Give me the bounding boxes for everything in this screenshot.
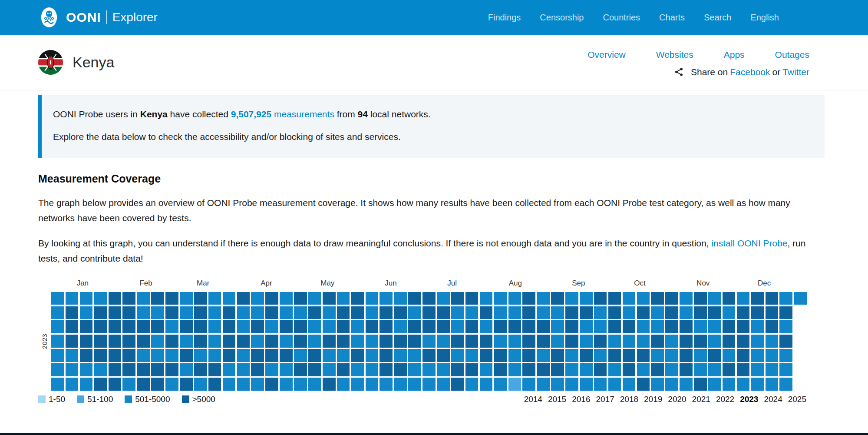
heatmap-cell[interactable] xyxy=(451,292,464,305)
heatmap-cell[interactable] xyxy=(294,378,307,391)
heatmap-cell[interactable] xyxy=(623,363,636,376)
heatmap-cell[interactable] xyxy=(351,378,364,391)
heatmap-cell[interactable] xyxy=(408,306,421,319)
heatmap-cell[interactable] xyxy=(66,292,79,305)
heatmap-cell[interactable] xyxy=(66,320,79,333)
heatmap-cell[interactable] xyxy=(422,378,436,391)
heatmap-cell[interactable] xyxy=(437,292,450,305)
heatmap-cell[interactable] xyxy=(480,335,493,348)
heatmap-cell[interactable] xyxy=(422,306,436,319)
heatmap-cell[interactable] xyxy=(137,306,150,319)
heatmap-cell[interactable] xyxy=(665,292,678,305)
heatmap-cell[interactable] xyxy=(165,306,178,319)
heatmap-cell[interactable] xyxy=(151,349,164,362)
heatmap-cell[interactable] xyxy=(508,320,521,333)
heatmap-cell[interactable] xyxy=(580,292,593,305)
heatmap-cell[interactable] xyxy=(537,306,550,319)
heatmap-cell[interactable] xyxy=(294,363,307,376)
heatmap-cell[interactable] xyxy=(137,320,150,333)
heatmap-cell[interactable] xyxy=(580,363,593,376)
heatmap-cell[interactable] xyxy=(137,292,150,305)
heatmap-cell[interactable] xyxy=(208,378,221,391)
heatmap-cell[interactable] xyxy=(551,320,564,333)
heatmap-cell[interactable] xyxy=(537,349,550,362)
nav-item-charts[interactable]: Charts xyxy=(659,13,685,23)
heatmap-cell[interactable] xyxy=(522,349,535,362)
heatmap-cell[interactable] xyxy=(366,349,379,362)
heatmap-cell[interactable] xyxy=(565,378,578,391)
tab-apps[interactable]: Apps xyxy=(724,50,745,60)
heatmap-cell[interactable] xyxy=(751,378,764,391)
heatmap-cell[interactable] xyxy=(422,363,436,376)
heatmap-cell[interactable] xyxy=(337,335,350,348)
heatmap-cell[interactable] xyxy=(451,335,464,348)
heatmap-cell[interactable] xyxy=(394,335,407,348)
heatmap-cell[interactable] xyxy=(194,292,207,305)
heatmap-cell[interactable] xyxy=(294,335,307,348)
heatmap-cell[interactable] xyxy=(465,378,479,391)
heatmap-cell[interactable] xyxy=(451,306,464,319)
year-link-2016[interactable]: 2016 xyxy=(572,395,590,404)
heatmap-cell[interactable] xyxy=(637,292,650,305)
heatmap-cell[interactable] xyxy=(737,349,750,362)
heatmap-cell[interactable] xyxy=(537,320,550,333)
heatmap-cell[interactable] xyxy=(109,292,122,305)
heatmap-cell[interactable] xyxy=(122,306,135,319)
heatmap-cell[interactable] xyxy=(766,349,779,362)
heatmap-cell[interactable] xyxy=(66,349,79,362)
heatmap-cell[interactable] xyxy=(480,306,493,319)
heatmap-cell[interactable] xyxy=(623,292,636,305)
heatmap-cell[interactable] xyxy=(522,378,535,391)
heatmap-cell[interactable] xyxy=(680,292,693,305)
heatmap-cell[interactable] xyxy=(437,335,450,348)
heatmap-cell[interactable] xyxy=(109,349,122,362)
heatmap-cell[interactable] xyxy=(580,378,593,391)
heatmap-cell[interactable] xyxy=(251,363,264,376)
heatmap-cell[interactable] xyxy=(251,320,264,333)
heatmap-cell[interactable] xyxy=(265,363,278,376)
heatmap-cell[interactable] xyxy=(165,378,178,391)
heatmap-cell[interactable] xyxy=(194,378,207,391)
heatmap-cell[interactable] xyxy=(66,363,79,376)
heatmap-cell[interactable] xyxy=(122,349,135,362)
heatmap-cell[interactable] xyxy=(94,292,107,305)
heatmap-cell[interactable] xyxy=(494,292,507,305)
heatmap-cell[interactable] xyxy=(594,378,607,391)
heatmap-cell[interactable] xyxy=(779,335,792,348)
heatmap-cell[interactable] xyxy=(94,320,107,333)
heatmap-cell[interactable] xyxy=(337,320,350,333)
heatmap-cell[interactable] xyxy=(109,335,122,348)
heatmap-cell[interactable] xyxy=(165,320,178,333)
heatmap-cell[interactable] xyxy=(751,306,764,319)
heatmap-cell[interactable] xyxy=(51,292,64,305)
heatmap-cell[interactable] xyxy=(208,349,221,362)
heatmap-cell[interactable] xyxy=(623,378,636,391)
heatmap-cell[interactable] xyxy=(537,335,550,348)
heatmap-cell[interactable] xyxy=(665,349,678,362)
heatmap-cell[interactable] xyxy=(223,378,236,391)
heatmap-cell[interactable] xyxy=(66,335,79,348)
heatmap-cell[interactable] xyxy=(637,349,650,362)
heatmap-cell[interactable] xyxy=(694,363,707,376)
heatmap-cell[interactable] xyxy=(437,349,450,362)
heatmap-cell[interactable] xyxy=(694,320,707,333)
heatmap-cell[interactable] xyxy=(508,349,521,362)
heatmap-cell[interactable] xyxy=(637,320,650,333)
heatmap-cell[interactable] xyxy=(351,335,364,348)
heatmap-cell[interactable] xyxy=(394,378,407,391)
heatmap-cell[interactable] xyxy=(551,292,564,305)
heatmap-cell[interactable] xyxy=(494,349,507,362)
heatmap-cell[interactable] xyxy=(637,378,650,391)
heatmap-cell[interactable] xyxy=(437,363,450,376)
heatmap-cell[interactable] xyxy=(751,292,764,305)
install-ooni-probe-link[interactable]: install OONI Probe xyxy=(711,238,787,248)
heatmap-cell[interactable] xyxy=(480,292,493,305)
heatmap-cell[interactable] xyxy=(723,378,736,391)
heatmap-cell[interactable] xyxy=(151,306,164,319)
heatmap-cell[interactable] xyxy=(422,335,436,348)
heatmap-cell[interactable] xyxy=(265,320,278,333)
year-link-2017[interactable]: 2017 xyxy=(596,395,614,404)
heatmap-cell[interactable] xyxy=(308,292,321,305)
heatmap-cell[interactable] xyxy=(580,349,593,362)
heatmap-cell[interactable] xyxy=(51,378,64,391)
